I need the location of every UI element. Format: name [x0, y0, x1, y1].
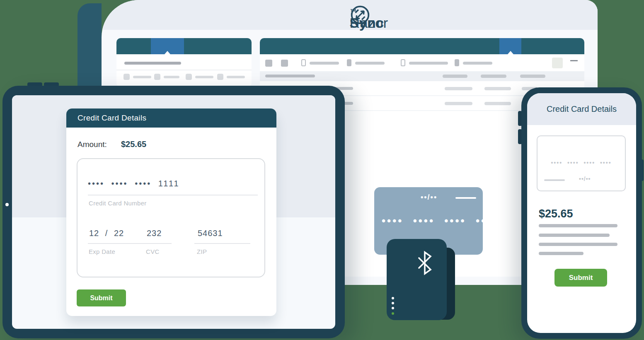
placeholder-line — [481, 75, 506, 78]
logo-trademark: TM — [351, 8, 356, 12]
amount-value: $25.65 — [121, 140, 146, 149]
phone-card-number-placeholder: •••• •••• •••• •••• — [537, 159, 625, 166]
credit-card-details-dialog: Credit Card Details Amount: $25.65 •••• … — [66, 109, 276, 316]
input-underline — [88, 195, 258, 195]
placeholder-line — [227, 76, 245, 78]
browser-panel-left — [116, 38, 252, 87]
right-panel-nav-bar — [260, 38, 584, 54]
placeholder-line — [355, 62, 385, 65]
card-signature-line — [455, 197, 476, 199]
placeholder-line — [310, 62, 339, 65]
list-icon-placeholder — [123, 74, 130, 80]
placeholder-line — [445, 87, 472, 90]
exp-date-label: Exp Date — [89, 248, 115, 255]
dialog-header: Credit Card Details — [66, 109, 276, 128]
phone-screen: Credit Card Details •••• •••• •••• •••• … — [527, 93, 636, 333]
phone-submit-button[interactable]: Submit — [554, 269, 607, 287]
list-icon-placeholder — [217, 74, 223, 80]
placeholder-line — [484, 102, 511, 105]
phone-card-name-line — [544, 179, 565, 181]
zip-label: ZIP — [197, 248, 207, 255]
phone-dialog-header: Credit Card Details — [527, 93, 636, 125]
checkbox-placeholder-icon[interactable] — [301, 59, 306, 66]
reader-led-active — [392, 312, 394, 315]
tablet-side-button — [3, 116, 7, 127]
table-header-row — [260, 71, 584, 81]
phone-card-input-box[interactable]: •••• •••• •••• •••• ••/•• — [537, 135, 626, 191]
placeholder-line — [539, 224, 617, 227]
list-icon-placeholder — [186, 74, 192, 80]
bluetooth-icon — [416, 250, 433, 276]
panel-divider — [116, 70, 252, 70]
cvc-label: CVC — [146, 248, 160, 255]
logo-text-bold: Sync — [350, 15, 384, 31]
hamburger-menu-icon[interactable] — [570, 59, 578, 67]
right-panel-active-tab[interactable] — [499, 38, 521, 54]
left-panel-active-tab[interactable] — [151, 38, 184, 54]
tablet-side-button — [3, 103, 7, 114]
card-exp-dots: ••/•• — [421, 193, 437, 202]
dialog-title: Credit Card Details — [77, 113, 146, 123]
reader-led — [392, 307, 394, 309]
phone-card-exp-placeholder: ••/•• — [579, 176, 591, 182]
input-underline — [143, 243, 172, 244]
placeholder-line — [164, 76, 179, 78]
card-number-label: Credit Card Number — [89, 200, 147, 207]
checkbox-placeholder-icon[interactable] — [401, 59, 405, 66]
toolbar-button-placeholder[interactable] — [552, 58, 563, 68]
card-fields-group: •••• •••• •••• 1111 Credit Card Number 1… — [77, 158, 265, 277]
placeholder-line — [133, 76, 151, 78]
checkbox-placeholder-icon[interactable] — [455, 59, 459, 66]
active-tab-caret — [508, 51, 513, 54]
placeholder-title-line — [124, 62, 181, 65]
list-icon-placeholder — [154, 74, 160, 80]
placeholder-line — [265, 75, 315, 77]
placeholder-line — [539, 243, 617, 246]
phone-dialog-title: Credit Card Details — [527, 104, 636, 114]
toolbar-square-icon[interactable] — [265, 60, 272, 67]
amount-label: Amount: — [77, 140, 107, 149]
checkbox-placeholder-icon[interactable] — [347, 59, 351, 66]
placeholder-line — [484, 87, 511, 90]
placeholder-line — [195, 76, 213, 78]
exp-date-input[interactable]: 12 / 22 — [89, 229, 124, 238]
phone-device: Credit Card Details •••• •••• •••• •••• … — [521, 87, 642, 339]
placeholder-line — [463, 62, 492, 65]
placeholder-line — [443, 75, 467, 78]
card-number-dots: •••• •••• •••• •••• — [382, 215, 497, 227]
active-tab-caret — [165, 51, 170, 54]
card-number-input[interactable]: •••• •••• •••• 1111 — [88, 179, 180, 188]
placeholder-line — [445, 102, 472, 105]
cvc-input[interactable]: 232 — [147, 229, 162, 238]
reader-led — [392, 302, 394, 304]
placeholder-line — [520, 75, 545, 78]
submit-button[interactable]: Submit — [77, 289, 126, 306]
left-panel-nav-bar — [116, 38, 252, 54]
toolbar-square-icon[interactable] — [281, 60, 288, 67]
placeholder-line — [539, 234, 610, 237]
bluetooth-card-reader — [387, 239, 447, 320]
placeholder-line — [409, 62, 448, 65]
input-underline — [194, 243, 250, 244]
phone-amount-value: $25.65 — [539, 207, 573, 220]
tablet-camera-icon — [5, 203, 9, 206]
zip-input[interactable]: 54631 — [198, 229, 223, 238]
reader-led — [392, 297, 394, 299]
placeholder-line — [539, 252, 583, 255]
illustration-canvas: RazorSyncTM — [0, 0, 644, 340]
